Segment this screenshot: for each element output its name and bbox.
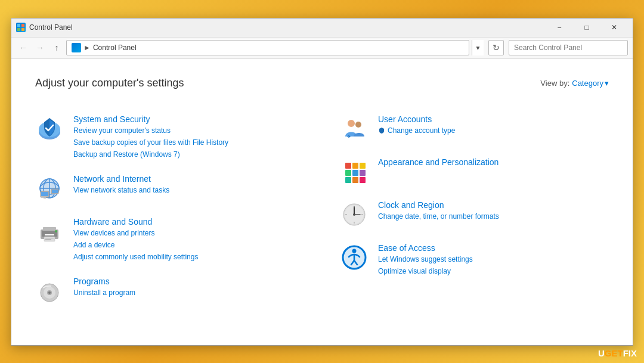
viewby-dropdown[interactable]: Category ▾ <box>572 79 609 88</box>
forward-button[interactable]: → <box>33 41 47 55</box>
svg-rect-41 <box>360 177 366 183</box>
breadcrumb-separator: ► <box>83 44 91 52</box>
svg-rect-23 <box>45 239 51 240</box>
svg-rect-24 <box>45 234 54 235</box>
svg-rect-3 <box>21 28 24 31</box>
left-column: System and Security Review your computer… <box>35 107 304 312</box>
up-button[interactable]: ↑ <box>49 41 64 55</box>
viewby-arrow-icon: ▾ <box>605 79 609 88</box>
network-internet-link-1[interactable]: View network status and tasks <box>73 185 169 196</box>
programs-icon <box>35 277 64 305</box>
svg-rect-20 <box>43 227 56 231</box>
ease-access-link-1[interactable]: Let Windows suggest settings <box>378 254 473 265</box>
page-title: Adjust your computer's settings <box>35 77 184 89</box>
category-hardware-sound: Hardware and Sound View devices and prin… <box>35 210 304 269</box>
category-network-internet: Network and Internet View network status… <box>35 167 304 210</box>
hardware-sound-content: Hardware and Sound View devices and prin… <box>73 217 198 262</box>
svg-rect-1 <box>21 24 24 27</box>
svg-rect-14 <box>41 192 48 196</box>
svg-rect-0 <box>17 24 20 27</box>
ease-access-icon <box>340 243 369 272</box>
svg-rect-22 <box>45 238 54 238</box>
network-internet-icon <box>35 174 64 203</box>
svg-rect-33 <box>345 163 351 169</box>
clock-region-link-1[interactable]: Change date, time, or number formats <box>378 211 499 222</box>
address-dropdown-button[interactable]: ▼ <box>472 40 484 55</box>
content-area: Adjust your computer's settings View by:… <box>11 59 633 345</box>
svg-rect-17 <box>52 190 58 193</box>
breadcrumb-text: Control Panel <box>93 44 137 52</box>
view-by-control: View by: Category ▾ <box>540 79 609 88</box>
appearance-title[interactable]: Appearance and Personalization <box>378 157 499 167</box>
category-clock-region: Clock and Region Change date, time, or n… <box>340 193 609 236</box>
user-accounts-content: User Accounts Change account type <box>378 114 455 136</box>
search-input[interactable] <box>509 40 628 55</box>
category-user-accounts: ✓ User Accounts Change account type <box>340 107 609 150</box>
appearance-icon <box>340 157 369 186</box>
hardware-sound-link-1[interactable]: View devices and printers <box>73 228 198 238</box>
maximize-button[interactable]: □ <box>573 18 600 37</box>
page-header: Adjust your computer's settings View by:… <box>35 77 609 89</box>
viewby-label: View by: <box>540 79 569 88</box>
minimize-button[interactable]: − <box>546 18 573 37</box>
programs-link-1[interactable]: Uninstall a program <box>73 287 135 298</box>
title-bar: Control Panel − □ ✕ <box>11 18 633 38</box>
ugetfix-watermark: UGETFIX <box>598 348 637 358</box>
system-security-icon <box>35 114 64 143</box>
svg-point-30 <box>348 120 355 127</box>
programs-content: Programs Uninstall a program <box>73 277 135 298</box>
ease-access-content: Ease of Access Let Windows suggest setti… <box>378 243 473 277</box>
network-internet-title[interactable]: Network and Internet <box>73 174 169 184</box>
close-button[interactable]: ✕ <box>600 18 628 37</box>
svg-point-53 <box>352 249 357 253</box>
appearance-content: Appearance and Personalization <box>378 157 499 167</box>
category-system-security: System and Security Review your computer… <box>35 107 304 167</box>
viewby-value: Category <box>572 79 603 88</box>
window-controls: − □ ✕ <box>546 18 628 37</box>
svg-rect-35 <box>360 163 366 169</box>
category-appearance: Appearance and Personalization <box>340 150 609 193</box>
clock-region-content: Clock and Region Change date, time, or n… <box>378 200 499 222</box>
clock-region-title[interactable]: Clock and Region <box>378 200 499 210</box>
categories-grid: System and Security Review your computer… <box>35 107 609 312</box>
window-title: Control Panel <box>29 23 546 32</box>
shield-small-icon <box>378 127 385 134</box>
back-button[interactable]: ← <box>16 41 30 55</box>
hardware-sound-title[interactable]: Hardware and Sound <box>73 217 198 227</box>
category-programs: Programs Uninstall a program <box>35 269 304 312</box>
hardware-sound-icon <box>35 217 64 246</box>
hardware-sound-link-2[interactable]: Add a device <box>73 240 198 250</box>
ease-access-link-2[interactable]: Optimize visual display <box>378 266 473 277</box>
network-internet-content: Network and Internet View network status… <box>73 174 169 196</box>
breadcrumb-icon <box>72 43 81 52</box>
svg-rect-36 <box>345 170 351 176</box>
window-icon <box>16 23 26 32</box>
svg-point-25 <box>55 230 57 232</box>
svg-text:✓: ✓ <box>348 135 349 137</box>
svg-rect-37 <box>352 170 358 176</box>
system-security-link-3[interactable]: Backup and Restore (Windows 7) <box>73 149 228 160</box>
programs-title[interactable]: Programs <box>73 277 135 286</box>
hardware-sound-link-3[interactable]: Adjust commonly used mobility settings <box>73 252 198 262</box>
refresh-button[interactable]: ↻ <box>488 40 504 55</box>
system-security-content: System and Security Review your computer… <box>73 114 228 160</box>
svg-rect-34 <box>352 163 358 169</box>
svg-point-29 <box>48 291 51 294</box>
main-window: Control Panel − □ ✕ ← → ↑ ► Control Pane… <box>11 18 633 346</box>
svg-rect-39 <box>345 177 351 183</box>
svg-rect-40 <box>352 177 358 183</box>
svg-rect-2 <box>17 28 20 31</box>
right-column: ✓ User Accounts Change account type <box>340 107 609 312</box>
system-security-link-2[interactable]: Save backup copies of your files with Fi… <box>73 137 228 148</box>
address-bar: ← → ↑ ► Control Panel ▼ ↻ <box>11 38 633 59</box>
user-accounts-link-1[interactable]: Change account type <box>388 125 455 136</box>
clock-region-icon <box>340 200 369 229</box>
user-accounts-title[interactable]: User Accounts <box>378 114 455 124</box>
breadcrumb[interactable]: ► Control Panel <box>66 40 469 55</box>
system-security-link-1[interactable]: Review your computer's status <box>73 125 228 136</box>
svg-point-31 <box>355 122 361 128</box>
ease-access-title[interactable]: Ease of Access <box>378 243 473 253</box>
category-ease-access: Ease of Access Let Windows suggest setti… <box>340 236 609 284</box>
svg-rect-38 <box>360 170 366 176</box>
system-security-title[interactable]: System and Security <box>73 114 228 124</box>
